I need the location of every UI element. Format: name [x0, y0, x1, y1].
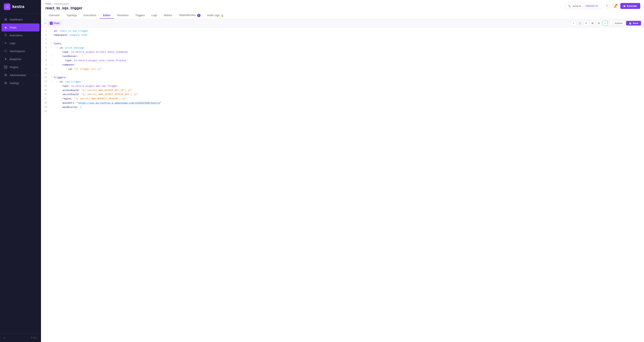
- breadcrumb-namespace: company.team: [54, 2, 69, 5]
- queue-url-link[interactable]: https://sqs.eu-central-1.amazonaws.com/1…: [78, 102, 160, 104]
- breadcrumb-flows-link[interactable]: Flows: [46, 2, 51, 5]
- line-number: 20: [41, 110, 50, 113]
- sidebar-item-settings[interactable]: ⚙ Settings: [0, 79, 41, 87]
- sidebar-item-executions[interactable]: ⏱ Executions: [0, 31, 41, 39]
- sidebar-item-administration[interactable]: ⚙ Administration ›: [0, 71, 41, 79]
- sidebar: ⬡ kestra ⊞ Dashboard ◈ Flows ⏱ Execution…: [0, 0, 41, 342]
- execute-icon: ▶: [624, 4, 626, 7]
- breadcrumb-separator: /: [52, 2, 53, 5]
- fold-arrow[interactable]: ▾: [50, 80, 53, 83]
- code-line: 2namespace: company.team: [41, 33, 644, 37]
- line-content: commands:: [53, 63, 644, 67]
- expand-button[interactable]: ⬜: [577, 21, 582, 26]
- line-content: id: react_to_sqs_trigger: [53, 29, 644, 33]
- blueprints-icon: ✦: [4, 57, 8, 61]
- line-content: namespace: company.team: [53, 33, 644, 37]
- tabs: Overview Topology Executions Editor Revi…: [46, 12, 640, 19]
- main-content: Flows / company.team react_to_sqs_trigge…: [41, 0, 644, 342]
- header-actions: 🔍 Jump to... Ctrl/Cmd + K ? 🔔 ▶ Execute: [565, 3, 640, 9]
- code-line: 3: [41, 37, 644, 42]
- fold-arrow[interactable]: ▾: [50, 54, 53, 57]
- top-section: Flows / company.team react_to_sqs_trigge…: [41, 0, 644, 19]
- fold-arrow[interactable]: ▾: [50, 42, 53, 45]
- audit-logs-lock-icon: 🔒: [221, 14, 224, 16]
- tab-metrics[interactable]: Metrics: [160, 12, 176, 19]
- line-content: - id: sqs_trigger: [53, 80, 644, 84]
- sidebar-item-blueprints[interactable]: ✦ Blueprints: [0, 55, 41, 63]
- line-number: 14: [41, 84, 50, 88]
- logo-icon: ⬡: [4, 3, 10, 10]
- logo-text: kestra: [12, 4, 24, 9]
- sidebar-item-plugins[interactable]: ⬛ Plugins: [0, 63, 41, 71]
- sidebar-item-namespaces[interactable]: ⬡ Namespaces: [0, 47, 41, 55]
- sidebar-item-label: Executions: [10, 34, 22, 37]
- logs-icon: ≡: [4, 41, 8, 45]
- line-number: 17: [41, 97, 50, 101]
- line-number: 4: [41, 42, 50, 45]
- line-number: 9: [41, 63, 50, 67]
- tab-topology[interactable]: Topology: [63, 12, 80, 19]
- tab-editor[interactable]: Editor: [100, 12, 114, 19]
- line-content: taskRunner:: [53, 54, 644, 58]
- tab-revisions[interactable]: Revisions: [114, 12, 132, 19]
- editor-toolbar-left: ⇒ ⬡ Flow: [44, 21, 61, 25]
- sidebar-nav: ⊞ Dashboard ◈ Flows ⏱ Executions ≡ Logs …: [0, 13, 41, 333]
- line-number: 10: [41, 67, 50, 71]
- help-button[interactable]: ?: [604, 3, 610, 9]
- line-content: - cat "{{ trigger.uri }}": [53, 67, 644, 71]
- top-header: Flows / company.team react_to_sqs_trigge…: [41, 0, 644, 19]
- grid-button[interactable]: ⊟: [596, 21, 602, 26]
- line-content: [53, 38, 644, 41]
- tab-executions[interactable]: Executions: [80, 12, 100, 19]
- tab-dependencies[interactable]: Dependencies 0: [176, 12, 204, 19]
- line-content: region: "{{ secret('AWS_DEFAULT_REGION')…: [53, 97, 644, 101]
- settings-icon: ⚙: [4, 81, 8, 85]
- flow-badge: ⬡ Flow: [48, 21, 61, 25]
- code-line: 1id: react_to_sqs_trigger: [41, 29, 644, 33]
- sidebar-item-dashboard[interactable]: ⊞ Dashboard: [0, 15, 41, 23]
- line-number: 7: [41, 54, 50, 58]
- sidebar-item-label: Plugins: [10, 66, 18, 69]
- search-icon: 🔍: [568, 5, 571, 7]
- notification-dot: [616, 4, 617, 5]
- dashboard-icon: ⊞: [4, 18, 8, 21]
- line-content: - id: print_message: [53, 46, 644, 50]
- flow-badge-icon: ⬡: [50, 22, 53, 25]
- fold-arrow[interactable]: ▾: [50, 76, 53, 79]
- version-label: 0.18.1: [31, 337, 37, 339]
- notification-button[interactable]: 🔔: [612, 3, 618, 9]
- code-line: 14 type: io.kestra.plugin.aws.sqs.Trigge…: [41, 84, 644, 88]
- collapse-button[interactable]: «: [4, 336, 6, 340]
- tab-audit-logs[interactable]: Audit Logs 🔒: [204, 12, 227, 19]
- editor-area: ⇒ ⬡ Flow ＋ ⬜ ⎘ ⊞ ⊟ ✓ ⋮ Actions 💾: [41, 19, 644, 342]
- tab-overview[interactable]: Overview: [46, 12, 63, 19]
- fold-arrow[interactable]: ▾: [50, 46, 53, 49]
- line-number: 12: [41, 76, 50, 79]
- flow-badge-label: Flow: [54, 22, 60, 24]
- fold-arrow[interactable]: ▾: [50, 63, 53, 66]
- line-content: maxRecords: 1: [53, 106, 644, 109]
- validate-button[interactable]: ✓: [603, 21, 608, 26]
- code-line: 16 secretKeyId: "{{ secret('AWS_SECRET_A…: [41, 92, 644, 97]
- code-editor[interactable]: 1id: react_to_sqs_trigger2namespace: com…: [41, 27, 644, 342]
- jump-to-button[interactable]: 🔍 Jump to... Ctrl/Cmd + K: [565, 3, 602, 9]
- tab-triggers[interactable]: Triggers: [132, 12, 148, 19]
- line-number: 8: [41, 59, 50, 62]
- copy-button[interactable]: ⎘: [584, 21, 589, 26]
- layout-button[interactable]: ⊞: [590, 21, 595, 26]
- sidebar-item-label: Logs: [10, 42, 15, 45]
- actions-button[interactable]: ⋮ Actions: [609, 21, 625, 26]
- line-number: 13: [41, 80, 50, 84]
- save-button[interactable]: 💾 Save: [626, 21, 641, 25]
- sidebar-item-logs[interactable]: ≡ Logs: [0, 39, 41, 47]
- execute-button[interactable]: ▶ Execute: [620, 3, 640, 9]
- code-line: 11: [41, 71, 644, 76]
- actions-dots-icon: ⋮: [612, 22, 614, 24]
- tab-logs[interactable]: Logs: [148, 12, 160, 19]
- sidebar-item-flows[interactable]: ◈ Flows: [2, 23, 40, 31]
- code-line: 18 queueUrl: "https://sqs.eu-central-1.a…: [41, 101, 644, 105]
- code-line: 20: [41, 110, 644, 114]
- code-line: 9▾ commands:: [41, 63, 644, 67]
- code-line: 17 region: "{{ secret('AWS_DEFAULT_REGIO…: [41, 97, 644, 101]
- add-task-button[interactable]: ＋: [571, 21, 576, 26]
